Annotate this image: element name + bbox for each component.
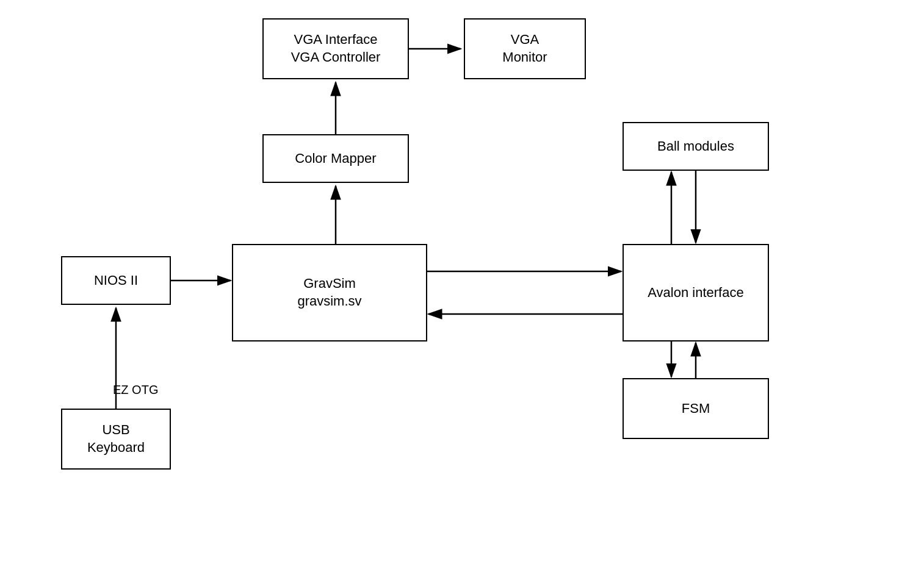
avalon-interface-block: Avalon interface — [623, 244, 769, 341]
gravsim-block: GravSim gravsim.sv — [232, 244, 427, 341]
vga-monitor-block: VGA Monitor — [464, 18, 586, 79]
vga-interface-block: VGA Interface VGA Controller — [262, 18, 409, 79]
ball-modules-block: Ball modules — [623, 122, 769, 171]
color-mapper-block: Color Mapper — [262, 134, 409, 183]
usb-keyboard-block: USB Keyboard — [61, 409, 171, 470]
nios2-block: NIOS II — [61, 256, 171, 305]
diagram: VGA Interface VGA Controller VGA Monitor… — [0, 0, 924, 572]
ez-otg-label: EZ OTG — [113, 383, 158, 397]
fsm-block: FSM — [623, 378, 769, 439]
